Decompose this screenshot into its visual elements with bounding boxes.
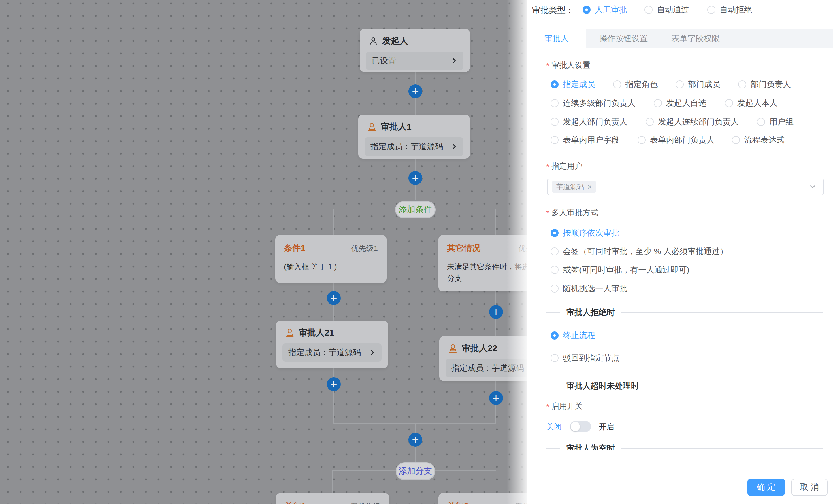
- radio-label: 发起人本人: [737, 98, 778, 108]
- plus-icon: +: [412, 434, 419, 446]
- connector-line: [333, 368, 334, 424]
- radio-option[interactable]: 指定角色: [613, 79, 658, 90]
- radio-option[interactable]: 表单内部门负责人: [638, 134, 715, 146]
- stamp-icon: [285, 328, 294, 338]
- radio-orsign[interactable]: 或签(可同时审批，有一人通过即可): [550, 264, 689, 276]
- user-tag-label: 芋道源码: [556, 182, 584, 192]
- radio-label: 表单内用户字段: [563, 134, 619, 146]
- cancel-button[interactable]: 取 消: [791, 479, 828, 496]
- node-condition1[interactable]: 条件1 优先级1 (输入框 等于 1 ): [275, 235, 386, 283]
- label-text: 启用开关: [551, 401, 582, 411]
- radio-option[interactable]: 发起人自选: [654, 97, 707, 109]
- add-node-button[interactable]: +: [408, 84, 422, 98]
- radio-icon: [550, 80, 558, 89]
- radio-label: 指定角色: [625, 79, 658, 90]
- switch-off-label[interactable]: 关闭: [546, 422, 562, 432]
- node-priority: 优先级1: [351, 243, 378, 253]
- empty-section-divider: 审批人为空时: [546, 444, 824, 450]
- radio-icon: [654, 99, 662, 107]
- chevron-right-icon: [450, 57, 458, 65]
- confirm-button[interactable]: 确 定: [747, 479, 785, 496]
- node-content-text: 已设置: [372, 55, 396, 66]
- radio-terminate-process[interactable]: 终止流程: [550, 330, 595, 341]
- radio-countersign[interactable]: 会签（可同时审批，至少 % 人必须审批通过）: [550, 246, 728, 257]
- person-icon: [368, 36, 378, 46]
- node-approver1[interactable]: 审批人1 指定成员：芋道源码: [358, 115, 470, 159]
- timeout-section-divider: 审批人超时未处理时: [546, 381, 824, 391]
- switch-on-label[interactable]: 开启: [599, 422, 614, 432]
- radio-icon: [646, 118, 654, 126]
- add-node-button[interactable]: +: [327, 377, 341, 391]
- plus-icon: +: [412, 85, 419, 97]
- chevron-down-icon: [809, 183, 816, 191]
- node-content[interactable]: 指定成员：芋道源码: [365, 137, 463, 156]
- connector-line: [332, 470, 333, 493]
- add-node-button[interactable]: +: [489, 305, 503, 319]
- node-content[interactable]: 已设置: [366, 52, 463, 70]
- radio-icon: [738, 80, 746, 89]
- drawer-body: * 审批人设置 指定成员 指定角色 部门成员 部门负责人 连续多级部门负责人 发…: [527, 0, 833, 450]
- remove-tag-icon[interactable]: ×: [588, 183, 592, 191]
- node-content[interactable]: 指定成员：芋道源码: [283, 343, 382, 362]
- radio-label: 发起人部门负责人: [563, 116, 627, 127]
- user-select[interactable]: 芋道源码 ×: [547, 179, 824, 195]
- add-node-button[interactable]: +: [408, 171, 422, 185]
- node-parallel1[interactable]: 并行1 无优先级: [276, 493, 389, 504]
- required-asterisk: *: [546, 402, 549, 411]
- approval-settings-drawer: 审批类型： 人工审批 自动通过 自动拒绝 审批人 操作按钮设置 表单字段权限 *…: [527, 0, 833, 504]
- radio-icon: [675, 80, 684, 89]
- divider-line: [546, 386, 560, 386]
- node-approver21[interactable]: 审批人21 指定成员：芋道源码: [276, 321, 388, 368]
- radio-label: 会签（可同时审批，至少 % 人必须审批通过）: [563, 246, 728, 257]
- enable-toggle[interactable]: [570, 421, 591, 432]
- radio-icon: [638, 136, 646, 144]
- assign-user-label: * 指定用户: [546, 160, 582, 172]
- radio-icon: [613, 80, 621, 89]
- radio-label: 或签(可同时审批，有一人通过即可): [563, 264, 689, 275]
- radio-icon: [550, 136, 558, 144]
- radio-option[interactable]: 发起人本人: [725, 97, 778, 109]
- node-title: 条件1: [284, 243, 305, 254]
- radio-random-one[interactable]: 随机挑选一人审批: [550, 283, 627, 294]
- enable-switch-label: * 启用开关: [546, 400, 582, 412]
- radio-label: 部门负责人: [751, 79, 791, 90]
- radio-option[interactable]: 连续多级部门负责人: [550, 97, 636, 109]
- radio-option[interactable]: 指定成员: [550, 79, 595, 90]
- node-content-text: 指定成员：芋道源码: [288, 347, 361, 358]
- approver-setting-label: * 审批人设置: [546, 59, 590, 71]
- radio-option[interactable]: 表单内用户字段: [550, 134, 619, 146]
- required-asterisk: *: [546, 162, 549, 171]
- node-initiator[interactable]: 发起人 已设置: [360, 29, 470, 72]
- radio-option[interactable]: 部门成员: [675, 79, 720, 90]
- radio-option[interactable]: 发起人连续部门负责人: [646, 116, 739, 128]
- radio-icon: [732, 136, 740, 144]
- add-condition-button[interactable]: 添加条件: [395, 201, 435, 218]
- radio-label: 连续多级部门负责人: [563, 98, 636, 108]
- node-content-text: (输入框 等于 1 ): [284, 261, 382, 273]
- add-node-button[interactable]: +: [408, 433, 422, 447]
- plus-icon: +: [330, 378, 337, 390]
- radio-option[interactable]: 发起人部门负责人: [550, 116, 627, 128]
- radio-option[interactable]: 流程表达式: [732, 134, 785, 146]
- radio-sequential[interactable]: 按顺序依次审批: [550, 227, 619, 239]
- node-title: 并行2: [447, 501, 468, 504]
- reject-section-divider: 审批人拒绝时: [546, 308, 824, 318]
- radio-label: 按顺序依次审批: [563, 228, 619, 238]
- radio-icon: [550, 266, 558, 274]
- radio-label: 指定成员: [563, 79, 595, 90]
- divider-line: [621, 448, 824, 449]
- radio-return-to-node[interactable]: 驳回到指定节点: [550, 352, 619, 364]
- add-node-button[interactable]: +: [489, 391, 503, 405]
- connector-line: [496, 208, 496, 235]
- radio-icon: [550, 229, 558, 237]
- footer-divider: [527, 464, 833, 465]
- radio-icon: [725, 99, 733, 107]
- radio-option[interactable]: 用户组: [757, 116, 793, 128]
- radio-option[interactable]: 部门负责人: [738, 79, 791, 90]
- node-title: 审批人22: [462, 343, 497, 354]
- drawer-shadow: [507, 0, 527, 504]
- add-branch-button[interactable]: 添加分支: [396, 462, 435, 480]
- required-asterisk: *: [546, 209, 549, 218]
- radio-icon: [550, 354, 558, 362]
- add-node-button[interactable]: +: [327, 291, 341, 305]
